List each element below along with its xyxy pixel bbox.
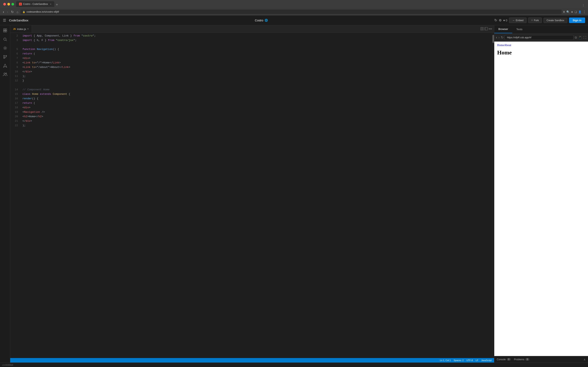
ext-icon-2[interactable]: 🔍 xyxy=(566,10,570,13)
expand-view-btn[interactable] xyxy=(484,27,488,31)
status-position: Ln 1, Col 1 xyxy=(440,359,451,361)
code-content[interactable]: import { App, Component, Link } from "co… xyxy=(20,33,492,358)
svg-point-0 xyxy=(20,3,21,5)
preview-address-text: https://x8j4f.csb.app/#/ xyxy=(507,36,531,39)
editor-status-bar: Ln 1, Col 1 Spaces: 2 UTF-8 LF JavaScrip… xyxy=(10,358,494,363)
problems-count: 0 xyxy=(527,358,528,360)
code-line-20: <h2>Home</h2> xyxy=(22,114,492,119)
window-menu-icon[interactable]: ⋮ xyxy=(582,4,585,7)
ext-icon-3[interactable]: ★ xyxy=(571,10,573,13)
traffic-light-red[interactable] xyxy=(3,3,6,6)
scrollbar-thumb[interactable] xyxy=(493,35,494,43)
footer-hash: c143088b9 xyxy=(2,364,13,366)
svg-point-7 xyxy=(4,48,6,49)
sandbox-name: Costro xyxy=(255,19,263,22)
svg-rect-16 xyxy=(485,27,488,30)
svg-rect-2 xyxy=(5,29,7,30)
svg-rect-14 xyxy=(481,27,482,30)
public-icon: 🌐 xyxy=(265,19,268,22)
refresh-btn[interactable]: ↻ xyxy=(494,18,497,22)
problems-tab[interactable]: Problems 0 xyxy=(514,358,529,361)
editor-scrollbar[interactable] xyxy=(492,33,494,358)
code-line-6: return ( xyxy=(22,52,492,56)
hamburger-btn[interactable]: ☰ xyxy=(3,18,6,23)
footer: c143088b9 xyxy=(0,363,588,367)
ext-icon-5[interactable]: 👤 xyxy=(578,10,581,13)
tab-close-btn[interactable]: × xyxy=(27,27,29,30)
ext-icon-6[interactable]: ⋮ xyxy=(583,10,586,14)
nav-refresh-btn[interactable]: ↻ xyxy=(10,10,15,14)
svg-line-6 xyxy=(6,40,7,41)
create-sandbox-btn[interactable]: Create Sandbox xyxy=(544,18,567,23)
preview-header: Browser Tests xyxy=(494,25,588,33)
preview-icon-mobile[interactable]: 📱 xyxy=(578,36,582,39)
ext-icon-1[interactable]: ⬆ xyxy=(563,10,565,13)
create-sandbox-label: Create Sandbox xyxy=(546,19,564,22)
sidebar-icon-people[interactable] xyxy=(3,72,7,77)
preview-forward-btn[interactable]: › xyxy=(498,35,500,40)
svg-rect-4 xyxy=(5,31,7,32)
code-line-9: <Link to="/about">About</Link> xyxy=(22,65,492,69)
preview-link-home[interactable]: Home xyxy=(497,44,504,47)
editor-tab-active[interactable]: JS index.js × xyxy=(10,25,32,33)
embed-btn[interactable]: → Embed xyxy=(509,17,527,23)
editor-panel: JS index.js × ••• xyxy=(10,25,494,363)
sidebar-icon-deploy[interactable] xyxy=(3,64,7,69)
tab-close-icon[interactable]: × xyxy=(50,3,51,5)
sidebar-icon-search[interactable] xyxy=(3,37,7,42)
code-line-5: function Navigation() { xyxy=(22,47,492,52)
more-actions-btn[interactable]: ••• xyxy=(489,27,492,31)
browser-tab[interactable]: Costro - CodeSandbox × xyxy=(16,1,54,7)
tests-tab-label: Tests xyxy=(516,28,522,31)
nav-home-btn[interactable]: ⌂ xyxy=(16,10,19,14)
sign-in-btn[interactable]: Sign in xyxy=(569,17,585,23)
nav-forward-btn[interactable]: › xyxy=(6,10,9,14)
preview-icon-expand[interactable]: ⛶ xyxy=(583,36,586,39)
address-bar[interactable]: 🔒 codesandbox.io/s/costro-x8j4f xyxy=(20,9,562,14)
sidebar xyxy=(0,25,10,363)
heart-count: 0 xyxy=(506,19,507,22)
nav-back-btn[interactable]: ‹ xyxy=(2,10,5,14)
sidebar-icon-cube[interactable] xyxy=(3,28,7,34)
preview-icon-external[interactable]: ⧉ xyxy=(575,36,577,39)
code-line-18: <div> xyxy=(22,105,492,110)
preview-panel: Browser Tests ‹ › ↻ https://x8j4f.csb.ap… xyxy=(494,25,588,363)
preview-back-btn[interactable]: ‹ xyxy=(496,35,497,40)
svg-point-10 xyxy=(6,55,7,57)
traffic-light-green[interactable] xyxy=(11,3,14,6)
console-label: Console xyxy=(497,358,506,361)
preview-content: Home About Home xyxy=(494,42,588,356)
svg-rect-3 xyxy=(3,31,5,32)
split-view-btn[interactable] xyxy=(480,27,484,31)
preview-tab-browser[interactable]: Browser xyxy=(494,25,512,33)
code-line-10: </div> xyxy=(22,69,492,74)
code-line-22: ); xyxy=(22,123,492,128)
tab-title: Costro - CodeSandbox xyxy=(23,3,48,6)
code-line-13 xyxy=(22,83,492,87)
preview-tab-tests[interactable]: Tests xyxy=(512,25,527,33)
app-header: ☰ CodeSandbox Costro 🌐 ↻ ⚙ ♥ 0 → Embed ⑂… xyxy=(0,16,588,25)
fork-btn[interactable]: ⑂ Fork xyxy=(528,17,542,23)
heart-container[interactable]: ♥ 0 xyxy=(503,19,507,22)
preview-address-bar[interactable]: https://x8j4f.csb.app/#/ xyxy=(505,35,573,40)
preview-nav-links: Home About xyxy=(494,42,588,47)
preview-refresh-btn[interactable]: ↻ xyxy=(501,35,503,39)
console-count: 0 xyxy=(508,358,509,360)
traffic-light-yellow[interactable] xyxy=(7,3,10,6)
preview-link-about[interactable]: About xyxy=(504,44,511,47)
status-line-ending: LF xyxy=(476,359,478,361)
settings-btn[interactable]: ⚙ xyxy=(499,18,502,22)
status-encoding: UTF-8 xyxy=(467,359,473,361)
ext-icon-4[interactable]: ❑ xyxy=(575,10,577,13)
preview-nav: ‹ › ↻ https://x8j4f.csb.app/#/ ⧉ 📱 ⛶ xyxy=(494,33,588,42)
sidebar-icon-git[interactable] xyxy=(3,55,7,60)
console-tab[interactable]: Console 0 xyxy=(497,358,511,361)
line-numbers: 23 56789101112 141516171819202122 xyxy=(10,33,20,358)
embed-label: Embed xyxy=(516,19,523,22)
bottom-collapse-btn[interactable]: ∧ xyxy=(584,358,586,361)
code-line-11: ); xyxy=(22,74,492,78)
sidebar-icon-settings[interactable] xyxy=(3,46,7,51)
new-tab-btn[interactable]: + xyxy=(55,3,59,7)
tab-toolbar: ••• xyxy=(480,27,494,31)
browser-chrome: Costro - CodeSandbox × + ⋮ xyxy=(0,0,588,8)
